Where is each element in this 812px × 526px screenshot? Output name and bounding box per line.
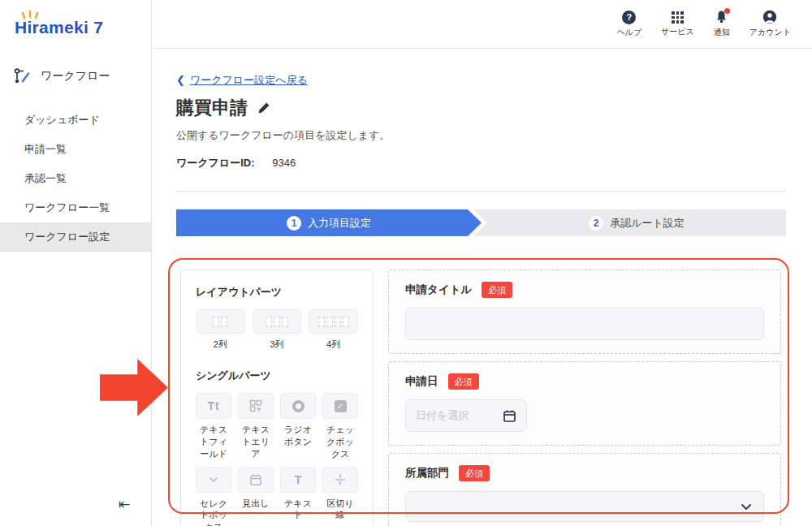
chevron-down-icon <box>741 503 752 511</box>
brand-title: Hirameki 7 <box>15 18 103 37</box>
services-button[interactable]: サービス <box>661 11 694 37</box>
top-header: ? ヘルプ サービス 通知 アカウント <box>152 0 812 49</box>
step-1-label: 入力項目設定 <box>308 216 371 231</box>
required-badge: 必須 <box>482 282 512 298</box>
workflow-id-label: ワークフローID: <box>176 157 255 169</box>
crown-icon <box>21 10 39 19</box>
services-grid-icon <box>672 11 684 24</box>
help-icon: ? <box>622 11 636 24</box>
sidebar-item-approvals[interactable]: 承認一覧 <box>0 164 151 193</box>
layout-parts-title: レイアウトパーツ <box>196 285 358 300</box>
sidebar-section-label: ワークフロー <box>41 69 110 84</box>
step-2-number: 2 <box>589 216 603 231</box>
part-checkbox[interactable]: ✓ チェックボックス <box>322 393 358 460</box>
field-label: 所属部門 <box>405 466 449 481</box>
brand-logo[interactable]: Hirameki 7 <box>15 13 151 42</box>
part-divider[interactable]: 区切り線 <box>322 467 358 526</box>
edit-pencil-icon[interactable] <box>257 101 270 114</box>
field-department[interactable]: 所属部門 必須 <box>388 453 781 526</box>
text-field-icon: Tt <box>207 399 219 412</box>
step-indicator: 1 入力項目設定 2 承認ルート設定 <box>176 209 786 236</box>
checkbox-icon: ✓ <box>335 400 347 412</box>
radio-icon <box>292 400 304 412</box>
required-badge: 必須 <box>459 465 490 481</box>
parts-panel: レイアウトパーツ 2列 3列 4列 シングルパーツ Tt テキストフィールド <box>180 269 374 526</box>
heading-icon <box>249 473 262 486</box>
divider-icon <box>334 473 347 486</box>
layout-part-2col[interactable]: 2列 <box>196 309 245 351</box>
textarea-icon <box>249 399 262 412</box>
department-select[interactable] <box>405 491 764 522</box>
layout-part-3col[interactable]: 3列 <box>253 309 302 351</box>
single-parts-title: シングルパーツ <box>196 369 358 383</box>
calendar-icon <box>503 409 516 423</box>
text-icon: T <box>294 472 301 486</box>
sidebar-section-workflow[interactable]: ワークフロー <box>13 67 151 86</box>
back-chevron-icon: ❮ <box>176 74 185 86</box>
3col-icon <box>253 309 302 334</box>
field-application-date[interactable]: 申請日 必須 日付を選択 <box>388 361 781 446</box>
sidebar-menu: ダッシュボード 申請一覧 承認一覧 ワークフロー一覧 ワークフロー設定 <box>0 106 151 252</box>
required-badge: 必須 <box>448 373 479 390</box>
select-icon <box>207 473 220 486</box>
workflow-id-value: 9346 <box>272 157 296 169</box>
step-2-label: 承認ルート設定 <box>610 216 685 231</box>
sidebar-item-applications[interactable]: 申請一覧 <box>0 135 151 164</box>
sidebar-item-workflow-settings[interactable]: ワークフロー設定 <box>0 222 151 252</box>
form-preview: 申請タイトル 必須 申請日 必須 日付を選択 所属部門 必須 <box>388 269 781 526</box>
workflow-icon <box>13 67 32 86</box>
account-icon <box>762 10 777 24</box>
workflow-id-row: ワークフローID: 9346 <box>176 156 296 170</box>
sidebar-item-dashboard[interactable]: ダッシュボード <box>0 106 151 135</box>
field-label: 申請日 <box>405 374 438 389</box>
field-label: 申請タイトル <box>405 282 472 297</box>
page-title: 購買申請 <box>176 96 248 120</box>
notification-badge <box>724 8 730 14</box>
part-text-field[interactable]: Tt テキストフィールド <box>196 393 231 460</box>
account-button[interactable]: アカウント <box>749 10 791 38</box>
application-title-input[interactable] <box>405 308 764 340</box>
sidebar-collapse-icon[interactable]: ⇤ <box>119 496 130 513</box>
part-radio[interactable]: ラジオボタン <box>280 393 316 460</box>
step-2-approval-route[interactable]: 2 承認ルート設定 <box>487 209 786 236</box>
help-button[interactable]: ? ヘルプ <box>616 11 641 38</box>
notifications-button[interactable]: 通知 <box>714 10 730 38</box>
section-divider <box>176 191 786 192</box>
date-placeholder: 日付を選択 <box>416 408 469 423</box>
2col-icon <box>196 309 245 334</box>
part-text[interactable]: T テキスト <box>280 467 316 526</box>
part-heading[interactable]: 見出し <box>238 467 274 526</box>
step-1-input-settings[interactable]: 1 入力項目設定 <box>176 209 482 236</box>
main-content: ❮ワークフロー設定へ戻る 購買申請 公開するワークフローの項目を設定します。 ワ… <box>152 49 812 526</box>
page-subtitle: 公開するワークフローの項目を設定します。 <box>176 128 390 143</box>
back-link[interactable]: ❮ワークフロー設定へ戻る <box>176 73 308 88</box>
field-application-title[interactable]: 申請タイトル 必須 <box>388 269 781 354</box>
step-1-number: 1 <box>287 216 301 231</box>
part-select-box[interactable]: セレクトボックス <box>196 467 231 526</box>
sidebar-item-workflow-list[interactable]: ワークフロー一覧 <box>0 193 151 222</box>
layout-part-4col[interactable]: 4列 <box>309 309 358 351</box>
application-date-input[interactable]: 日付を選択 <box>405 399 527 432</box>
4col-icon <box>309 309 358 334</box>
sidebar: Hirameki 7 ワークフロー ダッシュボード 申請一覧 承認一覧 ワークフ… <box>0 0 152 526</box>
part-textarea[interactable]: テキストエリア <box>238 393 274 460</box>
